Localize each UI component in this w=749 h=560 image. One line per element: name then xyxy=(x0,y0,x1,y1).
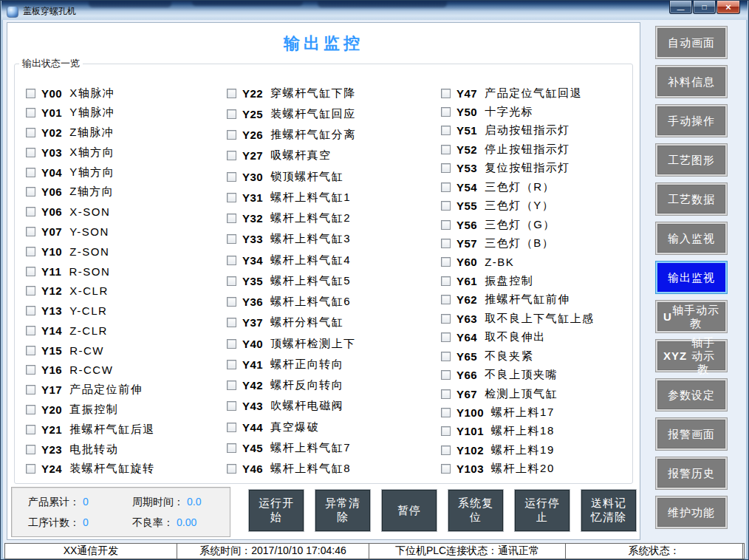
output-checkbox-Y64[interactable] xyxy=(441,332,451,342)
sidebar-item-7[interactable]: 输出监视 xyxy=(655,261,728,294)
output-checkbox-Y42[interactable] xyxy=(227,380,236,390)
output-checkbox-Y14[interactable] xyxy=(26,326,35,335)
output-checkbox-Y32[interactable] xyxy=(227,214,236,223)
sidebar-item-11[interactable]: 报警画面 xyxy=(655,417,728,451)
output-checkbox-Y50[interactable] xyxy=(441,107,451,117)
output-checkbox-Y54[interactable] xyxy=(441,182,451,192)
output-checkbox-Y16[interactable] xyxy=(26,365,35,375)
output-checkbox-Y35[interactable] xyxy=(227,276,236,286)
output-checkbox-Y13[interactable] xyxy=(26,306,35,315)
minimize-button[interactable]: — xyxy=(669,1,692,14)
command-button-6[interactable]: 送料记忆清除 xyxy=(581,489,637,532)
output-checkbox-Y11[interactable] xyxy=(26,267,35,276)
output-checkbox-Y24[interactable] xyxy=(26,464,35,474)
output-checkbox-Y25[interactable] xyxy=(227,109,236,119)
stats-panel: 产品累计：0周期时间：0.0工序计数：0不良率：0.00 xyxy=(11,487,230,537)
output-checkbox-Y41[interactable] xyxy=(227,360,236,369)
output-checkbox-Y103[interactable] xyxy=(441,464,451,474)
output-label: Y-SON xyxy=(69,225,109,238)
command-button-3[interactable]: 暂停 xyxy=(381,489,437,532)
output-code: Y21 xyxy=(41,423,62,436)
output-checkbox-Y63[interactable] xyxy=(441,314,451,324)
sidebar-item-3[interactable]: 手动操作 xyxy=(655,104,728,137)
output-checkbox-Y40[interactable] xyxy=(227,339,236,349)
sidebar-item-13[interactable]: 维护功能 xyxy=(655,496,728,529)
command-button-1[interactable]: 运行开始 xyxy=(248,489,304,532)
sidebar-item-1[interactable]: 自动画面 xyxy=(655,26,728,59)
output-checkbox-Y36[interactable] xyxy=(227,297,236,307)
output-checkbox-Y56[interactable] xyxy=(441,220,451,230)
output-checkbox-Y22[interactable] xyxy=(227,89,236,98)
output-checkbox-Y47[interactable] xyxy=(441,89,451,98)
output-row: Y40顶螺杆检测上下 xyxy=(227,337,434,350)
output-checkbox-Y33[interactable] xyxy=(227,234,236,244)
sidebar-item-8[interactable]: U轴手动示教 xyxy=(655,300,728,333)
output-checkbox-Y100[interactable] xyxy=(441,408,451,417)
output-row: Y06Z轴方向 xyxy=(26,185,215,199)
output-checkbox-Y53[interactable] xyxy=(441,163,451,173)
output-code: Y46 xyxy=(242,462,263,475)
sidebar-item-2[interactable]: 补料信息 xyxy=(655,65,728,98)
output-checkbox-Y44[interactable] xyxy=(227,423,236,432)
output-checkbox-Y21[interactable] xyxy=(26,425,35,434)
output-checkbox-Y01[interactable] xyxy=(26,108,35,117)
command-button-5[interactable]: 运行停止 xyxy=(514,489,570,532)
output-checkbox-Y20[interactable] xyxy=(26,405,35,414)
output-checkbox-Y06[interactable] xyxy=(26,187,35,197)
output-checkbox-Y37[interactable] xyxy=(227,318,236,327)
output-checkbox-Y26[interactable] xyxy=(227,130,236,140)
output-checkbox-Y23[interactable] xyxy=(26,445,35,454)
close-button[interactable]: × xyxy=(716,1,740,14)
output-checkbox-Y03[interactable] xyxy=(26,148,35,157)
output-checkbox-Y61[interactable] xyxy=(441,276,451,286)
output-code: Y54 xyxy=(456,181,477,194)
output-row: Y61振盘控制 xyxy=(441,274,630,287)
output-checkbox-Y02[interactable] xyxy=(26,128,35,137)
sidebar-item-6[interactable]: 输入监视 xyxy=(655,222,728,255)
sidebar-item-12[interactable]: 报警历史 xyxy=(655,457,728,490)
output-checkbox-Y57[interactable] xyxy=(441,239,451,248)
output-checkbox-Y65[interactable] xyxy=(441,352,451,361)
output-checkbox-Y07[interactable] xyxy=(26,227,35,236)
output-code: Y60 xyxy=(456,256,477,268)
output-checkbox-Y67[interactable] xyxy=(441,389,451,399)
output-checkbox-Y27[interactable] xyxy=(227,151,236,160)
output-checkbox-Y101[interactable] xyxy=(441,426,451,436)
output-checkbox-Y66[interactable] xyxy=(441,370,451,380)
output-checkbox-Y12[interactable] xyxy=(26,286,35,296)
output-label: 锁顶螺杆气缸 xyxy=(270,170,343,184)
maximize-button[interactable]: □ xyxy=(693,1,716,14)
output-label: 螺杆上料气缸4 xyxy=(270,253,351,267)
command-button-4[interactable]: 系统复位 xyxy=(448,489,504,532)
output-checkbox-Y51[interactable] xyxy=(441,126,451,135)
output-checkbox-Y52[interactable] xyxy=(441,145,451,154)
output-checkbox-Y43[interactable] xyxy=(227,401,236,411)
output-checkbox-Y10[interactable] xyxy=(26,247,35,256)
output-status-group: 输出状态一览 Y00X轴脉冲Y01Y轴脉冲Y02Z轴脉冲Y03X轴方向Y04Y轴… xyxy=(14,57,633,484)
sidebar-item-10[interactable]: 参数设定 xyxy=(655,378,728,412)
output-checkbox-Y17[interactable] xyxy=(26,385,35,395)
output-checkbox-Y04[interactable] xyxy=(26,168,35,177)
output-row: Y62推螺杆气缸前伸 xyxy=(441,293,630,307)
output-row: Y06X-SON xyxy=(26,205,215,219)
sidebar-item-4[interactable]: 工艺图形 xyxy=(655,143,728,177)
output-checkbox-Y60[interactable] xyxy=(441,257,451,267)
output-checkbox-Y55[interactable] xyxy=(441,201,451,211)
output-row: Y04Y轴方向 xyxy=(26,165,215,179)
command-button-2[interactable]: 异常清除 xyxy=(315,489,371,532)
output-checkbox-Y62[interactable] xyxy=(441,295,451,304)
output-checkbox-Y102[interactable] xyxy=(441,445,451,455)
output-checkbox-Y06[interactable] xyxy=(26,207,35,216)
output-checkbox-Y46[interactable] xyxy=(227,464,236,474)
output-checkbox-Y30[interactable] xyxy=(227,172,236,182)
output-checkbox-Y15[interactable] xyxy=(26,346,35,355)
output-checkbox-Y31[interactable] xyxy=(227,193,236,202)
sidebar-item-5[interactable]: 工艺数据 xyxy=(655,182,728,216)
output-code: Y30 xyxy=(242,171,263,183)
output-checkbox-Y34[interactable] xyxy=(227,256,236,265)
output-code: Y00 xyxy=(41,87,62,100)
sidebar-item-9[interactable]: XYZ轴手动示教 xyxy=(655,339,728,372)
output-checkbox-Y00[interactable] xyxy=(26,89,35,98)
output-checkbox-Y45[interactable] xyxy=(227,443,236,453)
output-code: Y02 xyxy=(41,126,62,139)
